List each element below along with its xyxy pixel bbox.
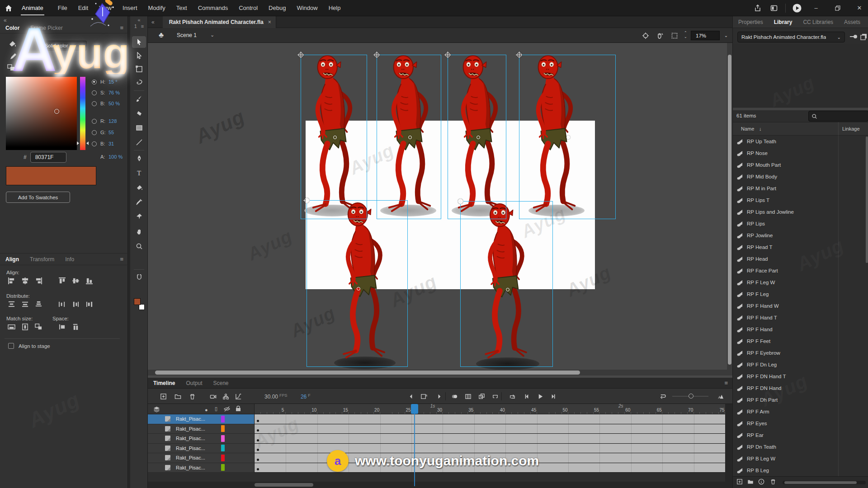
transform-origin-icon[interactable]: [445, 52, 450, 57]
library-item[interactable]: RP F Arm: [733, 406, 868, 418]
pen-tool[interactable]: [132, 153, 146, 164]
fill-swatch[interactable]: [134, 298, 141, 305]
library-item[interactable]: RP F Feet: [733, 335, 868, 347]
tab-output[interactable]: Output: [180, 380, 208, 386]
timeline-layer[interactable]: Rakt_Pisac...: [148, 444, 254, 454]
library-search-input[interactable]: [808, 111, 868, 122]
text-tool[interactable]: T: [132, 167, 146, 179]
center-stage-icon[interactable]: [641, 31, 651, 41]
r-value[interactable]: 128: [108, 118, 117, 124]
transform-point[interactable]: [506, 288, 509, 291]
library-item[interactable]: RP F Hand: [733, 324, 868, 335]
match-width-icon[interactable]: [6, 323, 16, 331]
radio-s[interactable]: [92, 90, 97, 95]
playhead-marker[interactable]: [411, 404, 418, 414]
auto-keyframe-icon[interactable]: A: [419, 392, 428, 401]
fps-value[interactable]: 30.00: [264, 394, 278, 400]
home-icon[interactable]: [0, 0, 17, 16]
distribute-right-icon[interactable]: [84, 300, 94, 308]
clip-content-icon[interactable]: [670, 31, 679, 41]
panel-menu-icon[interactable]: ≡: [120, 256, 123, 263]
new-layer-icon[interactable]: [159, 392, 168, 401]
new-symbol-icon[interactable]: [736, 479, 743, 485]
library-item[interactable]: RP F Leg W: [733, 277, 868, 288]
go-to-first-frame-icon[interactable]: [522, 392, 531, 401]
layer-frames-row[interactable]: [255, 414, 725, 424]
b2-value[interactable]: 31: [108, 141, 114, 146]
space-vertical-icon[interactable]: [57, 323, 67, 331]
s-value[interactable]: 76 %: [108, 90, 120, 95]
tab-properties[interactable]: Properties: [733, 19, 769, 25]
brush-tool[interactable]: [132, 93, 146, 105]
scrollbar-thumb[interactable]: [784, 481, 857, 484]
radio-g[interactable]: [92, 130, 97, 135]
a-value[interactable]: 100 %: [108, 154, 123, 160]
transform-point[interactable]: [476, 136, 480, 139]
slider-knob[interactable]: [689, 394, 693, 399]
chevron-down-icon[interactable]: ⌄: [722, 31, 731, 40]
onion-skin-outlines-icon[interactable]: [463, 392, 472, 401]
add-camera-icon[interactable]: [208, 392, 217, 401]
library-horizontal-scrollbar[interactable]: [783, 481, 866, 484]
lasso-tool[interactable]: [132, 77, 146, 89]
library-item[interactable]: RP Eyes: [733, 418, 868, 429]
reset-timeline-zoom-icon[interactable]: [658, 392, 667, 401]
close-icon[interactable]: ×: [268, 19, 271, 25]
radio-r[interactable]: [92, 119, 97, 124]
lock-icon[interactable]: [236, 406, 241, 412]
menu-control[interactable]: Control: [239, 5, 258, 11]
app-brand[interactable]: Animate: [21, 0, 44, 15]
canvas-vertical-scrollbar[interactable]: [727, 43, 732, 370]
align-to-stage-checkbox[interactable]: [8, 343, 14, 349]
hex-input[interactable]: 80371F: [30, 152, 66, 163]
step-forward-one-icon[interactable]: [548, 392, 557, 401]
scrollbar-thumb[interactable]: [866, 136, 868, 263]
tab-transform[interactable]: Transform: [24, 256, 60, 263]
chevron-down-icon[interactable]: ⌄: [210, 32, 214, 38]
library-item[interactable]: RP Jowline: [733, 230, 868, 241]
transform-point[interactable]: [408, 136, 412, 139]
timeline-ruler[interactable]: 510152025303540455055606570751s2s: [255, 404, 725, 414]
h-value[interactable]: 15 °: [108, 79, 118, 84]
swap-colors-icon[interactable]: [7, 64, 15, 71]
timeline-zoom-in-icon[interactable]: [716, 392, 725, 401]
fill-stroke-swatches[interactable]: [134, 298, 145, 310]
document-tab[interactable]: Rakt Pishach Animated Character.fla ×: [163, 16, 276, 28]
snapping-options-icon[interactable]: [132, 273, 146, 282]
tab-align[interactable]: Align: [0, 256, 24, 263]
paint-bucket-tool[interactable]: [132, 182, 146, 193]
transform-point[interactable]: [357, 287, 360, 291]
library-item[interactable]: RP F Hand W: [733, 300, 868, 312]
new-folder-icon[interactable]: [173, 392, 182, 401]
current-frame-value[interactable]: 26: [301, 394, 307, 400]
close-button[interactable]: ✕: [852, 1, 867, 15]
distribute-left-icon[interactable]: [57, 300, 67, 308]
distribute-top-icon[interactable]: [6, 300, 16, 308]
transform-point[interactable]: [333, 136, 337, 139]
library-item[interactable]: RP F Dh Part: [733, 394, 868, 406]
graph-editor-icon[interactable]: [234, 392, 243, 401]
menu-commands[interactable]: Commands: [198, 5, 228, 11]
distribute-bottom-icon[interactable]: [33, 300, 43, 308]
column-linkage[interactable]: Linkage: [842, 126, 860, 131]
b-value[interactable]: 50 %: [108, 101, 120, 106]
menu-insert[interactable]: Insert: [123, 5, 137, 11]
zoom-tool[interactable]: [132, 240, 146, 252]
loop-frames-icon[interactable]: [491, 392, 500, 401]
library-item[interactable]: RP Head: [733, 253, 868, 265]
timeline-layer[interactable]: Rakt_Pisac...: [148, 414, 254, 424]
saturation-brightness-picker[interactable]: [6, 77, 77, 150]
subselection-tool[interactable]: [132, 50, 146, 61]
panel-menu-icon[interactable]: ≡: [120, 24, 123, 31]
canvas[interactable]: [148, 43, 732, 378]
library-item[interactable]: RP Nose: [733, 147, 868, 159]
tab-library[interactable]: Library: [769, 19, 798, 25]
add-to-swatches-button[interactable]: Add To Swatches: [6, 192, 70, 203]
tab-frame-picker[interactable]: Frame Picker: [25, 25, 68, 31]
align-middle-vertical-icon[interactable]: [71, 277, 80, 285]
rectangle-tool[interactable]: [132, 122, 146, 134]
tab-assets[interactable]: Assets: [839, 19, 866, 25]
transform-point[interactable]: [566, 136, 570, 139]
transform-origin-icon[interactable]: [298, 52, 303, 57]
library-item[interactable]: RP Lips: [733, 218, 868, 230]
